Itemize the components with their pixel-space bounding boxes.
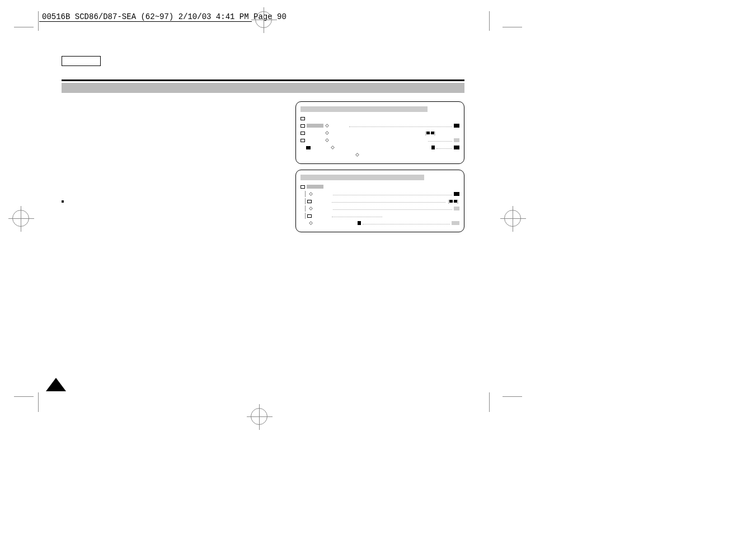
page-indicator-triangle-icon (46, 378, 66, 391)
row-label-highlighted (307, 185, 323, 189)
row-label (314, 221, 331, 225)
diagram-title-bar (300, 175, 425, 180)
leader-dots (349, 125, 452, 127)
leader-dots (363, 222, 450, 224)
row-label (331, 131, 348, 135)
row-label-highlighted (307, 124, 323, 128)
row-label (307, 116, 323, 120)
diamond-icon (325, 131, 329, 135)
leader-dots (436, 147, 452, 149)
menu-diagram-1: - (295, 101, 464, 164)
header-underline (39, 21, 252, 22)
leader-dots (428, 139, 452, 142)
registration-mark-icon (12, 210, 29, 227)
registration-mark-icon (504, 210, 521, 227)
diamond-icon (325, 138, 329, 142)
section-title-bar (62, 83, 464, 93)
print-header: 00516B SCD86/D87-SEA (62~97) 2/10/03 4:4… (42, 12, 287, 21)
row-label (314, 207, 331, 210)
row-label (313, 214, 330, 218)
end-icon (454, 138, 459, 142)
leader-dots (332, 215, 382, 217)
diamond-icon (325, 124, 329, 128)
row-label (331, 124, 348, 128)
crop-mark (38, 392, 39, 412)
folder-icon (300, 117, 305, 120)
crop-mark (489, 392, 490, 412)
row-label (331, 138, 348, 142)
diamond-icon (309, 192, 313, 196)
registration-mark-icon (251, 408, 267, 425)
row-label (313, 199, 330, 203)
crop-mark (14, 27, 34, 27)
bracket-badge-icon: - (448, 199, 458, 203)
diagram-title-bar (300, 106, 428, 112)
leader-dots (333, 193, 452, 195)
crop-mark (503, 27, 522, 27)
diamond-icon (309, 207, 313, 210)
diamond-icon (309, 221, 313, 225)
end-icon (454, 124, 459, 128)
title-rule (62, 79, 464, 81)
crop-mark (503, 396, 522, 397)
bracket-badge-icon: - (425, 131, 435, 135)
leader-dots (333, 208, 452, 210)
body-text-column: ........ .... (62, 101, 283, 258)
page-content: ........ .... (62, 56, 464, 258)
small-icon (431, 146, 435, 149)
end-icon (454, 207, 459, 210)
small-icon (358, 221, 361, 225)
end-icon (454, 146, 459, 149)
row-label (307, 131, 323, 135)
folder-icon (307, 214, 312, 218)
bullet-square-icon (62, 200, 64, 203)
folder-icon (307, 200, 312, 203)
language-tag (62, 56, 101, 66)
folder-icon (300, 185, 305, 189)
crop-mark (14, 396, 34, 397)
leader-dots (332, 200, 445, 203)
row-label (314, 192, 331, 196)
row-label (307, 138, 323, 142)
diamond-icon (331, 146, 335, 149)
folder-icon (300, 132, 305, 135)
diamond-icon (355, 153, 359, 157)
row-label (312, 146, 329, 149)
registration-mark-icon (255, 11, 272, 28)
crop-mark (38, 11, 39, 31)
dark-folder-icon (306, 146, 311, 149)
row-label (336, 146, 353, 149)
diagram-column: - (295, 101, 464, 238)
folder-icon (300, 124, 305, 128)
menu-diagram-2: - (295, 170, 464, 232)
crop-mark (489, 11, 490, 31)
end-icon (454, 192, 459, 196)
end-icon (452, 221, 459, 225)
folder-icon (300, 139, 305, 142)
